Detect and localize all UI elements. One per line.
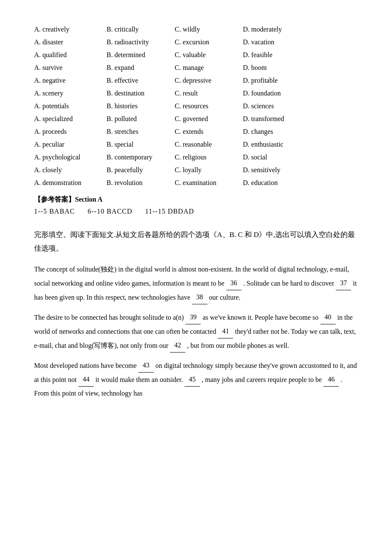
cloze-p2-text5: , but from our mobile phones as well.: [187, 342, 289, 349]
q8-c: C. result: [175, 90, 243, 97]
q6-b: B. expand: [107, 64, 175, 72]
table-row: A. potentials B. histories C. resources …: [34, 102, 358, 110]
q15-c: C. examination: [175, 179, 243, 187]
q6-c: C. manage: [175, 64, 243, 72]
q14-c: C. loyally: [175, 166, 243, 174]
q5-a: A. qualified: [34, 51, 107, 59]
table-row: A. psychological B. contemporary C. reli…: [34, 153, 358, 161]
q12-d: D. enthusiastic: [243, 141, 358, 148]
table-row: A. survive B. expand C. manage D. boom: [34, 64, 358, 72]
q4-d: D. vacation: [243, 38, 358, 46]
q13-b: B. contemporary: [107, 153, 175, 161]
q9-d: D. sciences: [243, 102, 358, 110]
q13-d: D. social: [243, 153, 358, 161]
q15-a: A. demonstration: [34, 179, 107, 187]
q9-a: A. potentials: [34, 102, 107, 110]
blank-46: 46: [323, 373, 339, 387]
answer-rows: 1--5 BABAC 6--10 BACCD 11--15 DBDAD: [34, 208, 358, 215]
table-row: A. closely B. peacefully C. loyally D. s…: [34, 166, 358, 174]
q11-a: A. proceeds: [34, 128, 107, 136]
q11-c: C. extends: [175, 128, 243, 136]
table-row: A. specialized B. polluted C. governed D…: [34, 115, 358, 123]
blank-43: 43: [138, 358, 154, 373]
cloze-para2: The desire to be connected has brought s…: [34, 310, 358, 353]
q3-a: A. creatively: [34, 26, 107, 33]
blank-40: 40: [320, 310, 336, 324]
cloze-section: 完形填空。阅读下面短文.从短文后各题所给的四个选项《A、B. C 和 D》中,选…: [34, 228, 358, 400]
table-row: A. creatively B. critically C. wildly D.…: [34, 26, 358, 33]
q10-c: C. governed: [175, 115, 243, 123]
answer-row2: 6--10 BACCD: [88, 208, 133, 215]
q14-a: A. closely: [34, 166, 107, 174]
q5-b: B. determined: [107, 51, 175, 59]
q3-d: D. moderately: [243, 26, 358, 33]
q10-a: A. specialized: [34, 115, 107, 123]
cloze-para1: The concept of solitude(独处) in the digit…: [34, 263, 358, 304]
q14-b: B. peacefully: [107, 166, 175, 174]
blank-38: 38: [192, 290, 208, 304]
table-row: A. peculiar B. special C. reasonable D. …: [34, 141, 358, 148]
blank-39: 39: [185, 310, 201, 324]
table-row: A. qualified B. determined C. valuable D…: [34, 51, 358, 59]
q15-b: B. revolution: [107, 179, 175, 187]
q7-a: A. negative: [34, 77, 107, 84]
cloze-p3-text1: Most developed nations have become: [34, 362, 137, 369]
q3-b: B. critically: [107, 26, 175, 33]
q6-a: A. survive: [34, 64, 107, 72]
table-row: A. negative B. effective C. depressive D…: [34, 77, 358, 84]
cloze-p3-text4: , many jobs and careers require people t…: [202, 376, 322, 383]
blank-36: 36: [226, 276, 242, 290]
question-list: A. creatively B. critically C. wildly D.…: [34, 26, 358, 187]
q10-b: B. polluted: [107, 115, 175, 123]
q3-c: C. wildly: [175, 26, 243, 33]
q9-b: B. histories: [107, 102, 175, 110]
blank-44: 44: [78, 373, 94, 387]
cloze-p2-text1: The desire to be connected has brought s…: [34, 314, 184, 321]
answer-label-open: 【参考答案】: [34, 196, 75, 203]
answer-label-section: Section A: [75, 196, 102, 203]
q12-c: C. reasonable: [175, 141, 243, 148]
q5-d: D. feasible: [243, 51, 358, 59]
q13-c: C. religious: [175, 153, 243, 161]
q7-d: D. profitable: [243, 77, 358, 84]
answer-section: 【参考答案】Section A 1--5 BABAC 6--10 BACCD 1…: [34, 195, 358, 215]
blank-42: 42: [170, 338, 185, 353]
cloze-intro: 完形填空。阅读下面短文.从短文后各题所给的四个选项《A、B. C 和 D》中,选…: [34, 228, 358, 256]
q14-d: D. sensitively: [243, 166, 358, 174]
cloze-p3-text3: it would make them an outsider.: [95, 376, 183, 383]
table-row: A. proceeds B. stretches C. extends D. c…: [34, 128, 358, 136]
q10-d: D. transformed: [243, 115, 358, 123]
q4-a: A. disaster: [34, 38, 107, 46]
q4-c: C. excursion: [175, 38, 243, 46]
q11-d: D. changes: [243, 128, 358, 136]
q12-b: B. special: [107, 141, 175, 148]
q8-d: D. foundation: [243, 90, 358, 97]
q8-b: B. destination: [107, 90, 175, 97]
answer-title: 【参考答案】Section A: [34, 195, 358, 204]
cloze-para3: Most developed nations have become 43 on…: [34, 358, 358, 400]
cloze-intro-text: 完形填空。阅读下面短文.从短文后各题所给的四个选项《A、B. C 和 D》中,选…: [34, 231, 355, 252]
q6-d: D. boom: [243, 64, 358, 72]
q11-b: B. stretches: [107, 128, 175, 136]
cloze-p1-text2: . Solitude can be hard to discover: [243, 280, 334, 287]
cloze-p1-text4: our culture.: [209, 294, 241, 301]
q5-c: C. valuable: [175, 51, 243, 59]
q7-b: B. effective: [107, 77, 175, 84]
answer-row3: 11--15 DBDAD: [145, 208, 194, 215]
q7-c: C. depressive: [175, 77, 243, 84]
q13-a: A. psychological: [34, 153, 107, 161]
q4-b: B. radioactivity: [107, 38, 175, 46]
blank-45: 45: [184, 373, 200, 387]
q15-d: D. education: [243, 179, 358, 187]
blank-37: 37: [336, 276, 351, 290]
table-row: A. disaster B. radioactivity C. excursio…: [34, 38, 358, 46]
q12-a: A. peculiar: [34, 141, 107, 148]
answer-row1: 1--5 BABAC: [34, 208, 75, 215]
q8-a: A. scenery: [34, 90, 107, 97]
blank-41: 41: [218, 324, 233, 338]
cloze-p2-text2: as we've known it. People have become so: [202, 314, 318, 321]
table-row: A. demonstration B. revolution C. examin…: [34, 179, 358, 187]
table-row: A. scenery B. destination C. result D. f…: [34, 90, 358, 97]
q9-c: C. resources: [175, 102, 243, 110]
